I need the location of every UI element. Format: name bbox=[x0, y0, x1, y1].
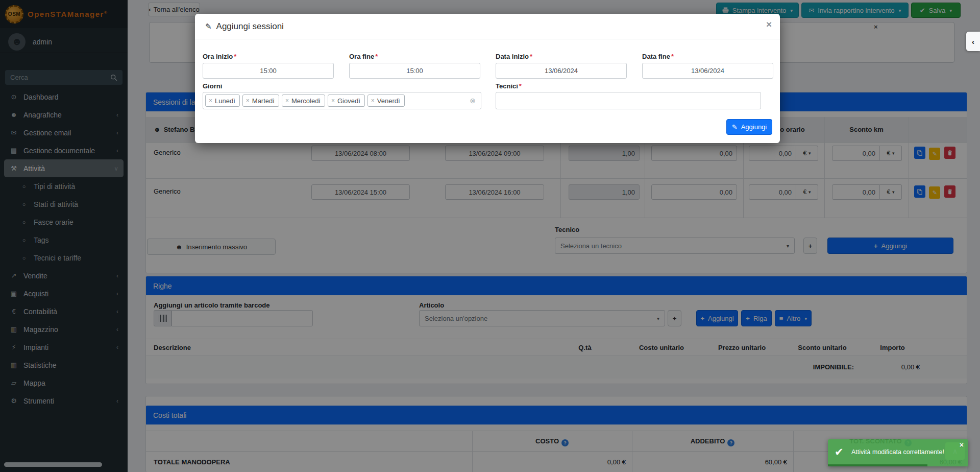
ora-fine-label: Ora fine* bbox=[349, 53, 378, 60]
modal-title: ✎Aggiungi sessioni bbox=[205, 21, 284, 32]
giorni-chip: ×Martedì bbox=[242, 95, 279, 107]
right-panel-toggle[interactable]: ‹ bbox=[966, 32, 980, 51]
giorni-label: Giorni bbox=[203, 82, 222, 90]
giorni-chip: ×Lunedì bbox=[205, 95, 240, 107]
toast-close-icon[interactable]: × bbox=[960, 441, 964, 449]
chip-remove-icon[interactable]: × bbox=[371, 97, 375, 104]
required-marker: * bbox=[234, 53, 236, 60]
required-marker: * bbox=[530, 53, 532, 60]
giorni-chip: ×Giovedì bbox=[328, 95, 365, 107]
required-marker: * bbox=[519, 82, 522, 90]
required-marker: * bbox=[375, 53, 378, 60]
data-fine-input[interactable] bbox=[642, 63, 773, 79]
tecnici-label: Tecnici* bbox=[496, 82, 522, 90]
ora-fine-input[interactable] bbox=[349, 63, 480, 79]
modal-close-button[interactable]: × bbox=[766, 19, 772, 30]
tecnici-input[interactable] bbox=[496, 92, 761, 109]
toast-progress-bar bbox=[828, 464, 927, 466]
required-marker: * bbox=[671, 53, 674, 60]
giorni-multiselect[interactable]: ×Lunedì ×Martedì ×Mercoledì ×Giovedì ×Ve… bbox=[203, 92, 481, 109]
screen: OSM OpenSTAManager® ☻ admin ⊙Dashboard ☻… bbox=[0, 0, 980, 472]
data-inizio-input[interactable] bbox=[496, 63, 627, 79]
giorni-chip: ×Mercoledì bbox=[282, 95, 325, 107]
ora-inizio-label: Ora inizio* bbox=[203, 53, 236, 60]
data-inizio-label: Data inizio* bbox=[496, 53, 532, 60]
modal-submit-button[interactable]: ✎Aggiungi bbox=[726, 119, 772, 135]
pencil-icon: ✎ bbox=[205, 22, 212, 31]
check-icon: ✔ bbox=[835, 446, 844, 458]
chevron-left-icon: ‹ bbox=[972, 37, 974, 46]
clear-all-icon[interactable]: ⊗ bbox=[470, 97, 476, 105]
modal-header: ✎Aggiungi sessioni × bbox=[195, 14, 780, 39]
ora-inizio-input[interactable] bbox=[203, 63, 334, 79]
chip-remove-icon[interactable]: × bbox=[331, 97, 335, 104]
chip-remove-icon[interactable]: × bbox=[209, 97, 212, 104]
giorni-chip: ×Venerdì bbox=[368, 95, 405, 107]
chip-remove-icon[interactable]: × bbox=[285, 97, 289, 104]
chip-remove-icon[interactable]: × bbox=[246, 97, 250, 104]
data-fine-label: Data fine* bbox=[642, 53, 674, 60]
add-sessions-modal: ✎Aggiungi sessioni × Ora inizio* Ora fin… bbox=[195, 14, 780, 143]
success-toast[interactable]: ✔ Attività modificata correttamente! × bbox=[828, 439, 968, 466]
toast-message: Attività modificata correttamente! bbox=[851, 449, 944, 456]
edit-icon: ✎ bbox=[732, 123, 738, 131]
